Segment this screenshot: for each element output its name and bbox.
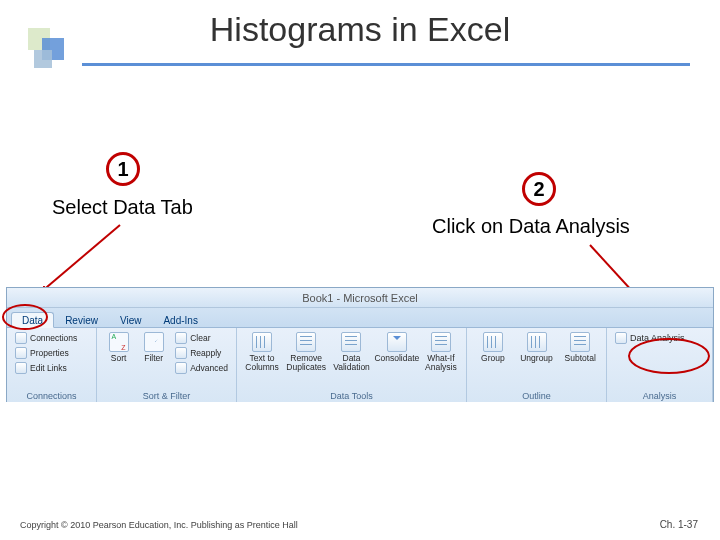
filter-button[interactable]: Filter [138, 331, 169, 364]
step-2-circle: 2 [522, 172, 556, 206]
group-connections: Connections Properties Edit Links Connec… [7, 328, 97, 402]
what-if-icon [431, 332, 451, 352]
clear-icon [175, 332, 187, 344]
consolidate-button[interactable]: Consolidate [376, 331, 418, 364]
tab-data[interactable]: Data [11, 312, 54, 328]
link-icon [15, 332, 27, 344]
excel-ribbon-screenshot: Book1 - Microsoft Excel Data Review View… [6, 287, 714, 402]
edit-links-icon [15, 362, 27, 374]
properties-icon [15, 347, 27, 359]
slide: Histograms in Excel 1 Select Data Tab 2 … [0, 0, 720, 540]
group-sort-filter: Sort Filter Clear Reapply Advanced Sort … [97, 328, 237, 402]
data-validation-button[interactable]: Data Validation [331, 331, 372, 373]
group-outline-label: Outline [473, 391, 600, 402]
data-validation-icon [341, 332, 361, 352]
page-number: Ch. 1-37 [660, 519, 698, 530]
connections-button[interactable]: Connections [13, 331, 79, 345]
properties-button[interactable]: Properties [13, 346, 79, 360]
group-button[interactable]: Group [473, 331, 513, 364]
ribbon-groups: Connections Properties Edit Links Connec… [7, 328, 713, 402]
sort-button[interactable]: Sort [103, 331, 134, 364]
group-data-tools-label: Data Tools [243, 391, 460, 402]
remove-duplicates-button[interactable]: Remove Duplicates [285, 331, 327, 373]
tab-view[interactable]: View [109, 312, 153, 327]
advanced-icon [175, 362, 187, 374]
edit-links-button[interactable]: Edit Links [13, 361, 79, 375]
ungroup-button[interactable]: Ungroup [517, 331, 557, 364]
what-if-button[interactable]: What-If Analysis [422, 331, 460, 373]
text-to-columns-button[interactable]: Text to Columns [243, 331, 281, 373]
reapply-icon [175, 347, 187, 359]
group-outline: Group Ungroup Subtotal Outline [467, 328, 607, 402]
reapply-button[interactable]: Reapply [173, 346, 230, 360]
data-analysis-icon [615, 332, 627, 344]
group-sort-filter-label: Sort & Filter [103, 391, 230, 402]
ribbon-tabs: Data Review View Add-Ins [7, 308, 713, 328]
ungroup-icon [527, 332, 547, 352]
copyright-footer: Copyright © 2010 Pearson Education, Inc.… [20, 520, 298, 530]
group-data-tools: Text to Columns Remove Duplicates Data V… [237, 328, 467, 402]
data-analysis-button[interactable]: Data Analysis [613, 331, 687, 345]
step-1-circle: 1 [106, 152, 140, 186]
group-analysis: Data Analysis Analysis [607, 328, 713, 402]
tab-review[interactable]: Review [54, 312, 109, 327]
subtotal-button[interactable]: Subtotal [560, 331, 600, 364]
consolidate-icon [387, 332, 407, 352]
remove-duplicates-icon [296, 332, 316, 352]
group-icon [483, 332, 503, 352]
advanced-button[interactable]: Advanced [173, 361, 230, 375]
step-2-number: 2 [533, 178, 544, 201]
tab-add-ins[interactable]: Add-Ins [152, 312, 208, 327]
step-1-number: 1 [117, 158, 128, 181]
funnel-icon [144, 332, 164, 352]
clear-filter-button[interactable]: Clear [173, 331, 230, 345]
group-connections-label: Connections [13, 391, 90, 402]
slide-title: Histograms in Excel [0, 10, 720, 49]
window-title: Book1 - Microsoft Excel [7, 288, 713, 308]
text-to-columns-icon [252, 332, 272, 352]
step-2-label: Click on Data Analysis [432, 215, 630, 238]
step-1-label: Select Data Tab [52, 196, 193, 219]
sort-icon [109, 332, 129, 352]
group-analysis-label: Analysis [613, 391, 706, 402]
title-underline [82, 63, 690, 66]
subtotal-icon [570, 332, 590, 352]
